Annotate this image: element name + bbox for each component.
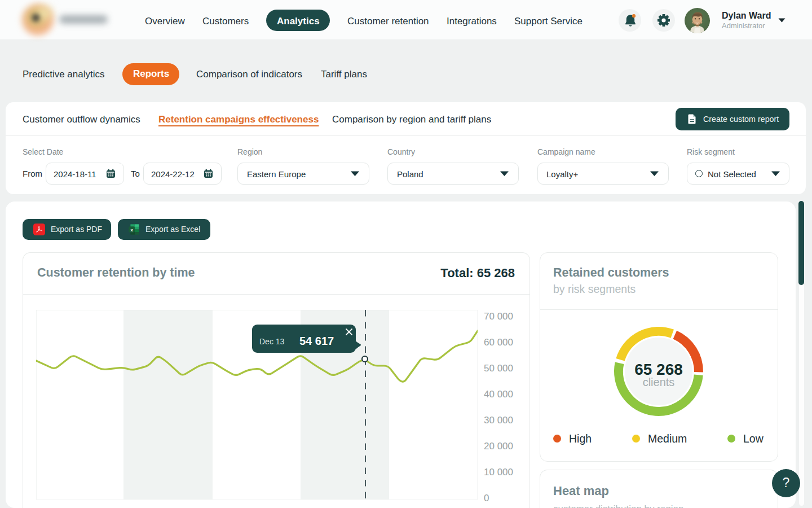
svg-text:x: x [130, 227, 133, 233]
